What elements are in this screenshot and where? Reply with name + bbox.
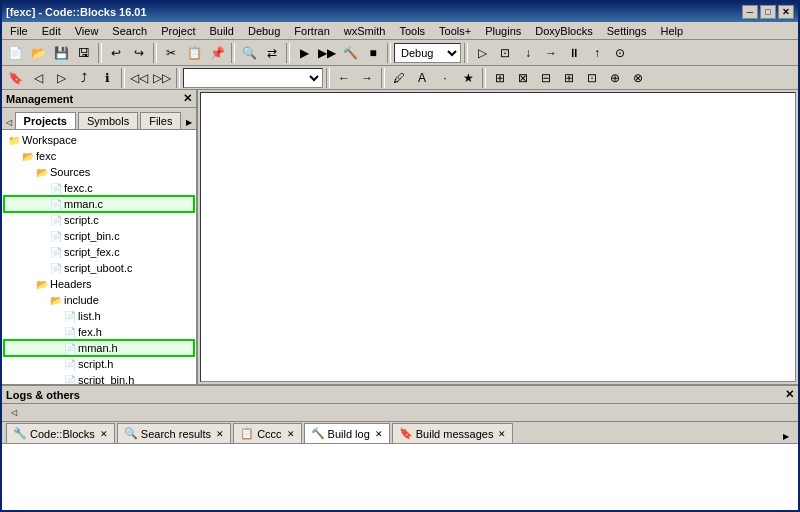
tree-item[interactable]: 📄list.h bbox=[4, 308, 194, 324]
tb-cut[interactable]: ✂ bbox=[160, 42, 182, 64]
tab-projects[interactable]: Projects bbox=[15, 112, 76, 129]
tb-breakpoints[interactable]: ⊙ bbox=[609, 42, 631, 64]
tree-item[interactable]: 📄mman.c bbox=[4, 196, 194, 212]
tb-find[interactable]: 🔍 bbox=[238, 42, 260, 64]
menu-debug[interactable]: Debug bbox=[242, 24, 286, 38]
tb-debug-step[interactable]: ↓ bbox=[517, 42, 539, 64]
logs-nav-left[interactable]: ◁ bbox=[6, 406, 22, 420]
tb2-star[interactable]: ★ bbox=[457, 67, 479, 89]
tree-item[interactable]: 📂fexc bbox=[4, 148, 194, 164]
tb2-code2[interactable]: ▷▷ bbox=[151, 67, 173, 89]
tb-debug-out[interactable]: ↑ bbox=[586, 42, 608, 64]
tb2-nav-fwd[interactable]: → bbox=[356, 67, 378, 89]
menu-tools-plus[interactable]: Tools+ bbox=[433, 24, 477, 38]
log-tab-close[interactable]: ✕ bbox=[498, 429, 506, 439]
tb-save[interactable]: 💾 bbox=[50, 42, 72, 64]
tb2-code1[interactable]: ◁◁ bbox=[128, 67, 150, 89]
code-completion-combo[interactable] bbox=[183, 68, 323, 88]
tree-item[interactable]: 📄script_bin.h bbox=[4, 372, 194, 384]
tb2-jump[interactable]: ⤴ bbox=[73, 67, 95, 89]
log-tab-close[interactable]: ✕ bbox=[216, 429, 224, 439]
tb-debug-pause[interactable]: ⏸ bbox=[563, 42, 585, 64]
tb-debug-stop[interactable]: ⊡ bbox=[494, 42, 516, 64]
log-tab-close[interactable]: ✕ bbox=[287, 429, 295, 439]
menu-project[interactable]: Project bbox=[155, 24, 201, 38]
tb2-misc5[interactable]: ⊡ bbox=[581, 67, 603, 89]
mgmt-nav-left[interactable]: ◁ bbox=[4, 115, 15, 129]
tree-item[interactable]: 📄mman.h bbox=[4, 340, 194, 356]
tb-paste[interactable]: 📌 bbox=[206, 42, 228, 64]
tb2-misc1[interactable]: ⊞ bbox=[489, 67, 511, 89]
tree-item[interactable]: 📂include bbox=[4, 292, 194, 308]
tab-files[interactable]: Files bbox=[140, 112, 181, 129]
tb2-misc6[interactable]: ⊕ bbox=[604, 67, 626, 89]
editor-content[interactable] bbox=[200, 92, 796, 382]
tb2-nav-back[interactable]: ← bbox=[333, 67, 355, 89]
tb2-A[interactable]: A bbox=[411, 67, 433, 89]
menu-plugins[interactable]: Plugins bbox=[479, 24, 527, 38]
menu-file[interactable]: File bbox=[4, 24, 34, 38]
menu-help[interactable]: Help bbox=[654, 24, 689, 38]
tb2-highlight[interactable]: 🖊 bbox=[388, 67, 410, 89]
tb-replace[interactable]: ⇄ bbox=[261, 42, 283, 64]
tb2-bookmarks[interactable]: 🔖 bbox=[4, 67, 26, 89]
minimize-button[interactable]: ─ bbox=[742, 5, 758, 19]
tree-item[interactable]: 📂Sources bbox=[4, 164, 194, 180]
log-tab-cccc[interactable]: 📋Cccc✕ bbox=[233, 423, 301, 443]
build-config-combo[interactable]: Debug Release bbox=[394, 43, 461, 63]
management-close[interactable]: ✕ bbox=[183, 92, 192, 105]
tree-item[interactable]: 📄script_uboot.c bbox=[4, 260, 194, 276]
close-button[interactable]: ✕ bbox=[778, 5, 794, 19]
menu-view[interactable]: View bbox=[69, 24, 105, 38]
tb2-next[interactable]: ▷ bbox=[50, 67, 72, 89]
tree-item[interactable]: 📄script.h bbox=[4, 356, 194, 372]
tb-run[interactable]: ▶▶ bbox=[316, 42, 338, 64]
tb-compile[interactable]: ▶ bbox=[293, 42, 315, 64]
tree-item[interactable]: 📄script.c bbox=[4, 212, 194, 228]
tb-debug-next[interactable]: → bbox=[540, 42, 562, 64]
tb2-misc7[interactable]: ⊗ bbox=[627, 67, 649, 89]
tb2-prev[interactable]: ◁ bbox=[27, 67, 49, 89]
mgmt-nav-right[interactable]: ▶ bbox=[183, 115, 194, 129]
menu-edit[interactable]: Edit bbox=[36, 24, 67, 38]
log-tab-close[interactable]: ✕ bbox=[375, 429, 383, 439]
tb-undo[interactable]: ↩ bbox=[105, 42, 127, 64]
tb2-misc2[interactable]: ⊠ bbox=[512, 67, 534, 89]
tb2-misc4[interactable]: ⊞ bbox=[558, 67, 580, 89]
tb-build[interactable]: 🔨 bbox=[339, 42, 361, 64]
logs-nav-right[interactable]: ▶ bbox=[778, 429, 794, 443]
tree-item[interactable]: 📁Workspace bbox=[4, 132, 194, 148]
menu-wxsmith[interactable]: wxSmith bbox=[338, 24, 392, 38]
menu-settings[interactable]: Settings bbox=[601, 24, 653, 38]
menu-doxyblocks[interactable]: DoxyBlocks bbox=[529, 24, 598, 38]
tb-copy[interactable]: 📋 bbox=[183, 42, 205, 64]
maximize-button[interactable]: □ bbox=[760, 5, 776, 19]
tb-open[interactable]: 📂 bbox=[27, 42, 49, 64]
tb2-dot[interactable]: · bbox=[434, 67, 456, 89]
tb-debug-run[interactable]: ▷ bbox=[471, 42, 493, 64]
tree-item[interactable]: 📄script_fex.c bbox=[4, 244, 194, 260]
tb-redo[interactable]: ↪ bbox=[128, 42, 150, 64]
log-tab-code::blocks[interactable]: 🔧Code::Blocks✕ bbox=[6, 423, 115, 443]
tree-item[interactable]: 📄fex.h bbox=[4, 324, 194, 340]
tb-new[interactable]: 📄 bbox=[4, 42, 26, 64]
tree-item[interactable]: 📂Headers bbox=[4, 276, 194, 292]
log-tab-build-log[interactable]: 🔨Build log✕ bbox=[304, 423, 390, 443]
menu-tools[interactable]: Tools bbox=[393, 24, 431, 38]
tree-item[interactable]: 📄fexc.c bbox=[4, 180, 194, 196]
menu-search[interactable]: Search bbox=[106, 24, 153, 38]
log-tab-close[interactable]: ✕ bbox=[100, 429, 108, 439]
menu-fortran[interactable]: Fortran bbox=[288, 24, 335, 38]
tb-save-all[interactable]: 🖫 bbox=[73, 42, 95, 64]
tab-symbols[interactable]: Symbols bbox=[78, 112, 138, 129]
tree-item-label: script_bin.h bbox=[78, 374, 134, 384]
log-tab-build-messages[interactable]: 🔖Build messages✕ bbox=[392, 423, 514, 443]
menu-build[interactable]: Build bbox=[203, 24, 239, 38]
tree-item[interactable]: 📄script_bin.c bbox=[4, 228, 194, 244]
window-title: [fexc] - Code::Blocks 16.01 bbox=[6, 6, 147, 18]
tb2-info[interactable]: ℹ bbox=[96, 67, 118, 89]
tb2-misc3[interactable]: ⊟ bbox=[535, 67, 557, 89]
log-tab-search-results[interactable]: 🔍Search results✕ bbox=[117, 423, 231, 443]
logs-close[interactable]: ✕ bbox=[785, 388, 794, 401]
tb-stop[interactable]: ■ bbox=[362, 42, 384, 64]
